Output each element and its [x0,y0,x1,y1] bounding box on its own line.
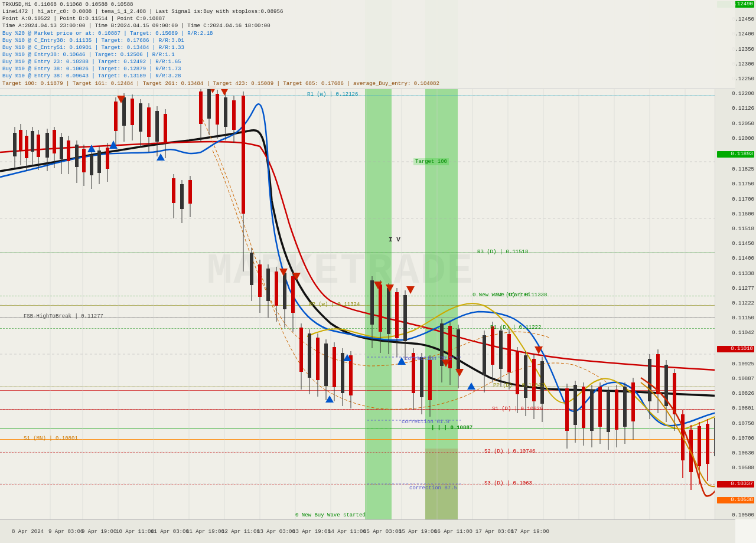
svg-rect-55 [90,155,93,175]
info-line-8: Buy %10 @ Entry 38: 0.10026 | Target: 0.… [2,66,733,73]
svg-rect-163 [590,390,594,431]
iv-label: I V [389,236,400,243]
time-7: 12 Apr 11:00 [221,529,260,535]
price-10538: 0.10538 [717,497,754,503]
price-11010: 0.11010 [717,346,754,352]
target100-banner: Target 100 [413,158,449,165]
svg-rect-187 [698,426,701,466]
svg-rect-145 [499,331,503,369]
info-panel: TRXUSD,H1 0.11068 0.11068 0.10588 0.1058… [0,0,735,89]
svg-rect-91 [242,96,245,214]
price-r2d: 0.11338 [717,272,754,277]
svg-rect-45 [53,130,56,153]
svg-rect-53 [82,149,86,172]
info-line-3: Buy %20 @ Market price or at: 0.10887 | … [2,30,733,37]
time-14: 17 Apr 03:00 [475,529,514,535]
new-buy-wave-label: 0 New Buy Wave started [295,512,366,518]
svg-rect-41 [37,135,40,157]
svg-rect-89 [232,100,236,130]
svg-rect-73 [164,114,167,143]
sell-arrows [117,86,543,377]
svg-rect-159 [573,385,577,425]
target-value-label: | | | 0.10887 [431,425,472,431]
s1mn-label: S1 (MN) | 0.10801 [24,436,78,441]
price-16: 0.11150 [717,316,754,321]
price-12: 0.11600 [717,212,754,217]
chart-subtitle: Line1472 | h1_atr_c0: 0.0008 | tema_1_1_… [2,8,733,15]
svg-rect-123 [387,288,390,334]
price-19: 0.10826 [717,391,754,397]
price-23: 0.10630 [717,451,754,456]
time-axis: 8 Apr 2024 9 Apr 03:00 9 Apr 19:00 10 Ap… [0,519,735,543]
svg-rect-107 [308,333,311,378]
price-13: 0.11450 [717,241,754,247]
svg-rect-173 [631,382,635,421]
fsb-label: FSB-HighToBreak | 0.11277 [24,313,103,319]
svg-rect-157 [565,388,569,431]
info-line-9: Buy %10 @ Entry 38: 0.09643 | Target: 0.… [2,73,733,80]
svg-rect-99 [275,272,278,306]
r1d-label: R1 (D) | 0.11222 [490,325,541,331]
svg-rect-115 [341,353,344,393]
svg-rect-109 [316,338,320,380]
svg-rect-65 [131,99,134,125]
r1w-label: R1 (w) | 0.12126 [307,91,358,97]
ppw-label: PP (w) | 0.11324 [309,302,360,308]
time-10: 14 Apr 11:00 [328,529,366,535]
svg-rect-39 [31,131,34,152]
price-11: 0.11700 [717,197,754,202]
svg-marker-198 [157,153,165,161]
svg-rect-131 [420,357,423,397]
chart-title: TRXUSD,H1 0.11068 0.11068 0.10588 0.1058… [2,1,733,8]
ppd-label: PP (D) | 0.11042 [493,382,544,388]
svg-rect-49 [67,140,70,161]
svg-rect-95 [258,264,262,297]
s3d-label: S3 (D) | 0.1063 [484,480,532,486]
price-r1d: 0.11222 [717,301,754,306]
svg-rect-121 [379,284,382,332]
price-r1w: 0.12126 [717,106,754,112]
time-1: 8 Apr 2024 [12,529,44,535]
svg-rect-101 [283,273,286,309]
svg-rect-103 [291,276,295,313]
svg-rect-57 [97,151,101,173]
svg-rect-143 [491,326,494,365]
time-11: 15 Apr 03:00 [363,529,402,535]
svg-rect-117 [349,355,353,395]
svg-rect-69 [147,107,151,137]
svg-marker-201 [467,382,475,390]
svg-rect-87 [224,97,227,127]
time-12: 15 Apr 19:00 [399,529,437,535]
info-line-7: Buy %10 @ Entry 23: 0.10288 | Target: 0.… [2,58,733,66]
svg-rect-63 [122,97,126,126]
info-line-10: Target 100: 0.11879 | Target 161: 0.1248… [2,80,733,87]
price-10: 0.11750 [717,182,754,187]
r2d-label: R2 (D) | 0.11338 [496,292,547,298]
svg-rect-37 [25,136,28,158]
svg-rect-85 [216,94,219,125]
time-8: 13 Apr 03:00 [257,529,295,535]
price-18: 0.10887 [717,377,754,382]
price-15: 0.11277 [717,286,754,292]
price-24: 0.10588 [717,466,754,471]
time-15: 17 Apr 19:00 [511,529,549,535]
svg-rect-35 [19,130,22,151]
price-10337: 0.10337 [717,481,754,488]
correction875-label: correction 87.5 [409,485,457,491]
svg-rect-43 [45,133,49,158]
svg-rect-147 [507,334,511,372]
price-7: 0.12050 [717,122,754,127]
s2d-label: S2 (D) | 0.10746 [484,449,535,454]
price-9: 0.11825 [717,167,754,172]
svg-rect-59 [106,148,109,169]
svg-rect-33 [13,133,17,156]
svg-rect-113 [333,347,336,387]
svg-rect-105 [299,328,303,372]
svg-marker-202 [325,395,334,403]
r3d-label: R3 (D) | 0.11518 [477,249,528,255]
svg-rect-67 [139,103,142,132]
svg-marker-212 [455,369,464,377]
price-6: 0.12200 [717,91,754,97]
price-21: 0.10750 [717,421,754,427]
time-9: 13 Apr 19:00 [292,529,331,535]
